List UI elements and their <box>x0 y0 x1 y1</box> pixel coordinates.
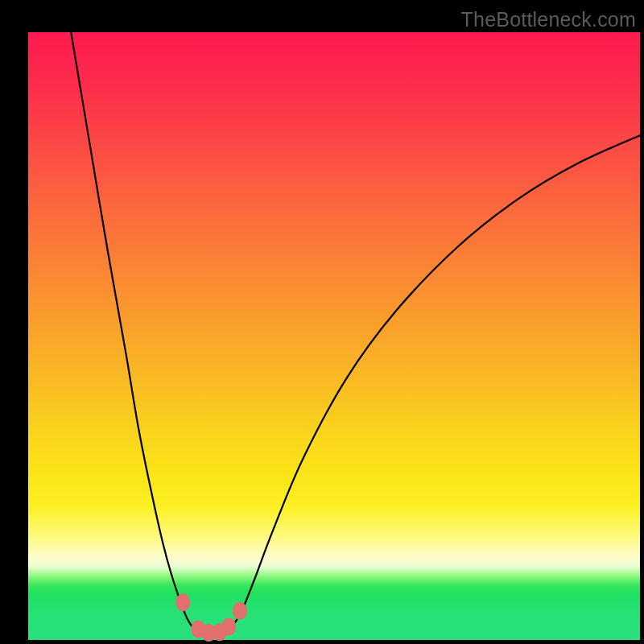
plot-area <box>28 32 640 640</box>
curve-right-branch <box>224 135 640 630</box>
curve-svg <box>28 32 640 640</box>
highlight-marker <box>221 617 236 635</box>
watermark-text: TheBottleneck.com <box>461 8 636 31</box>
curve-left-branch <box>71 32 200 631</box>
chart-frame: TheBottleneck.com <box>0 0 644 644</box>
highlight-marker <box>175 593 190 611</box>
highlight-marker <box>233 602 247 620</box>
